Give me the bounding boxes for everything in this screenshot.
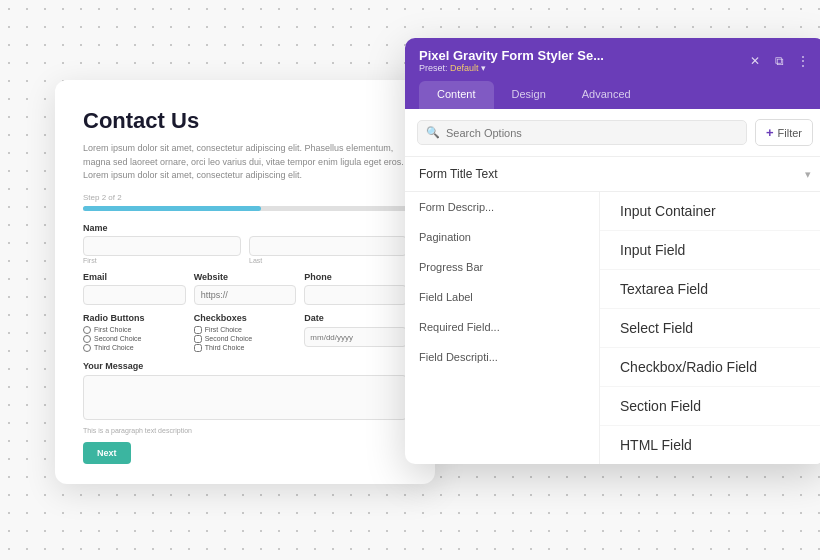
left-menu-progress-bar[interactable]: Progress Bar — [405, 252, 599, 282]
dropdown-section-field[interactable]: Section Field — [600, 387, 820, 426]
date-input[interactable] — [304, 327, 407, 347]
radio-group-title: Radio Buttons — [83, 313, 186, 323]
radio-item-2: Second Choice — [83, 335, 186, 343]
paragraph-desc: This is a paragraph text description — [83, 427, 407, 434]
website-group: Website — [194, 272, 297, 305]
radio-label-3: Third Choice — [94, 344, 134, 351]
popup-title-group: Pixel Gravity Form Styler Se... Preset: … — [419, 48, 604, 73]
next-button[interactable]: Next — [83, 442, 131, 464]
left-menu-field-label[interactable]: Field Label — [405, 282, 599, 312]
email-website-row: Email Website Phone — [83, 272, 407, 305]
progress-bar-wrap — [83, 206, 407, 211]
popup-content-area: Form Descrip... Pagination Progress Bar … — [405, 192, 820, 464]
last-name-group: Last — [249, 236, 407, 264]
popup-header-icons: ✕ ⧉ ⋮ — [747, 53, 811, 69]
email-input[interactable] — [83, 285, 186, 305]
right-dropdown: Input Container Input Field Textarea Fie… — [600, 192, 820, 464]
radio-label-1: First Choice — [94, 326, 131, 333]
tab-advanced[interactable]: Advanced — [564, 81, 649, 109]
filter-plus-icon: + — [766, 125, 774, 140]
form-description: Lorem ipsum dolor sit amet, consectetur … — [83, 142, 407, 183]
form-title-dropdown[interactable]: Form Title Text ▾ — [405, 157, 820, 192]
checkbox-label-2: Second Choice — [205, 335, 252, 342]
checkbox-input-2[interactable] — [194, 335, 202, 343]
checkbox-input-3[interactable] — [194, 344, 202, 352]
left-menu-pagination[interactable]: Pagination — [405, 222, 599, 252]
radio-input-1[interactable] — [83, 326, 91, 334]
dropdown-html-field[interactable]: HTML Field — [600, 426, 820, 464]
progress-bar-fill — [83, 206, 261, 211]
last-name-input[interactable] — [249, 236, 407, 256]
filter-label: Filter — [778, 127, 802, 139]
dropdown-textarea-field[interactable]: Textarea Field — [600, 270, 820, 309]
checkbox-label-1: First Choice — [205, 326, 242, 333]
form-title-label: Form Title Text — [419, 167, 497, 181]
popup-search-row: 🔍 + Filter — [405, 109, 820, 157]
chevron-down-icon: ▾ — [805, 168, 811, 181]
step-info: Step 2 of 2 — [83, 193, 407, 202]
popup-tabs: Content Design Advanced — [419, 81, 811, 109]
date-group-title: Date — [304, 313, 407, 323]
radio-item-1: First Choice — [83, 326, 186, 334]
checkbox-item-2: Second Choice — [194, 335, 297, 343]
phone-label: Phone — [304, 272, 407, 282]
contact-form-card: Contact Us Lorem ipsum dolor sit amet, c… — [55, 80, 435, 484]
popup-title: Pixel Gravity Form Styler Se... — [419, 48, 604, 63]
search-input[interactable] — [446, 127, 738, 139]
left-menu-form-desc[interactable]: Form Descrip... — [405, 192, 599, 222]
search-icon: 🔍 — [426, 126, 440, 139]
radio-label-2: Second Choice — [94, 335, 141, 342]
radio-checkbox-row: Radio Buttons First Choice Second Choice… — [83, 313, 407, 353]
website-input[interactable] — [194, 285, 297, 305]
dropdown-checkbox-radio[interactable]: Checkbox/Radio Field — [600, 348, 820, 387]
date-group: Date — [304, 313, 407, 353]
phone-input[interactable] — [304, 285, 407, 305]
tab-content[interactable]: Content — [419, 81, 494, 109]
last-label: Last — [249, 257, 407, 264]
phone-group: Phone — [304, 272, 407, 305]
first-label: First — [83, 257, 241, 264]
left-menu-required-field[interactable]: Required Field... — [405, 312, 599, 342]
popup-header: Pixel Gravity Form Styler Se... Preset: … — [405, 38, 820, 109]
dropdown-select-field[interactable]: Select Field — [600, 309, 820, 348]
close-icon[interactable]: ✕ — [747, 53, 763, 69]
name-label: Name — [83, 223, 407, 233]
more-icon[interactable]: ⋮ — [795, 53, 811, 69]
popup-header-top: Pixel Gravity Form Styler Se... Preset: … — [419, 48, 811, 73]
message-label: Your Message — [83, 361, 407, 371]
website-label: Website — [194, 272, 297, 282]
popup-preset: Preset: Default ▾ — [419, 63, 604, 73]
message-textarea[interactable] — [83, 375, 407, 420]
expand-icon[interactable]: ⧉ — [771, 53, 787, 69]
checkbox-item-1: First Choice — [194, 326, 297, 334]
email-label: Email — [83, 272, 186, 282]
filter-button[interactable]: + Filter — [755, 119, 813, 146]
checkbox-group: Checkboxes First Choice Second Choice Th… — [194, 313, 297, 353]
checkbox-input-1[interactable] — [194, 326, 202, 334]
first-name-input[interactable] — [83, 236, 241, 256]
preset-default: Default — [450, 63, 479, 73]
checkbox-label-3: Third Choice — [205, 344, 245, 351]
dropdown-input-container[interactable]: Input Container — [600, 192, 820, 231]
radio-input-2[interactable] — [83, 335, 91, 343]
name-row: First Last — [83, 236, 407, 264]
plugin-popup: Pixel Gravity Form Styler Se... Preset: … — [405, 38, 820, 464]
radio-input-3[interactable] — [83, 344, 91, 352]
form-title: Contact Us — [83, 108, 407, 134]
tab-design[interactable]: Design — [494, 81, 564, 109]
checkbox-item-3: Third Choice — [194, 344, 297, 352]
email-group: Email — [83, 272, 186, 305]
left-menu-field-desc[interactable]: Field Descripti... — [405, 342, 599, 372]
dropdown-input-field[interactable]: Input Field — [600, 231, 820, 270]
first-name-group: First — [83, 236, 241, 264]
search-input-wrap: 🔍 — [417, 120, 747, 145]
radio-group: Radio Buttons First Choice Second Choice… — [83, 313, 186, 353]
checkbox-group-title: Checkboxes — [194, 313, 297, 323]
left-panel: Form Descrip... Pagination Progress Bar … — [405, 192, 600, 464]
radio-item-3: Third Choice — [83, 344, 186, 352]
